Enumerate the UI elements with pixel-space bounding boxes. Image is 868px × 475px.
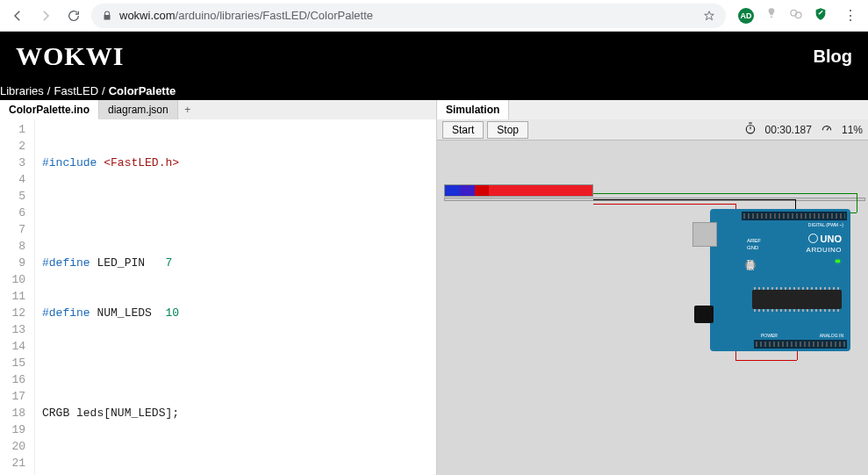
tab-simulation[interactable]: Simulation [437, 100, 509, 119]
simulation-toolbar: Start Stop 00:30.187 11% [437, 119, 868, 140]
tab-diagram-json[interactable]: diagram.json [99, 100, 178, 119]
board-brand-label: ARDUINO [807, 246, 842, 254]
start-button[interactable]: Start [442, 121, 484, 139]
simulation-tabs: Simulation [437, 100, 868, 119]
blog-link[interactable]: Blog [814, 47, 852, 67]
board-name-label: UNO [808, 234, 842, 244]
breadcrumb-libraries[interactable]: Libraries [0, 84, 44, 97]
breadcrumb-sep: / [47, 84, 51, 97]
reload-icon [67, 9, 81, 23]
wire-red [735, 360, 797, 361]
reload-button[interactable] [63, 5, 84, 26]
arrow-left-icon [10, 8, 25, 24]
ext-shield-icon[interactable] [814, 7, 828, 25]
arduino-uno-board[interactable]: UNO ARDUINO AREFGNDTXRX DIGITAL (PWM ~) … [710, 209, 850, 351]
browser-menu-button[interactable]: ⋮ [840, 7, 861, 24]
wire-green [593, 193, 857, 194]
led-pixel [519, 185, 534, 196]
breadcrumb-fastled[interactable]: FastLED [54, 84, 98, 97]
breadcrumb: Libraries / FastLED / ColorPalette [0, 81, 868, 100]
lock-icon [102, 11, 112, 21]
usb-port [692, 222, 717, 247]
atmega-chip [752, 290, 842, 309]
simulation-pane: Simulation Start Stop 00:30.187 11% [437, 100, 868, 475]
wire-green [857, 193, 857, 212]
code-content[interactable]: #include <FastLED.h> #define LED_PIN 7 #… [35, 119, 436, 475]
digital-label: DIGITAL (PWM ~) [808, 222, 843, 227]
led-pixel [489, 185, 504, 196]
stop-button[interactable]: Stop [487, 121, 528, 139]
led-pixel [460, 185, 475, 196]
power-analog-header[interactable] [754, 340, 847, 349]
site-header: WOKWI Blog [0, 32, 868, 81]
simulation-canvas[interactable]: UNO ARDUINO AREFGNDTXRX DIGITAL (PWM ~) … [437, 140, 868, 475]
arrow-right-icon [38, 8, 54, 24]
forward-button[interactable] [35, 5, 56, 26]
url-text: wokwi.com/arduino/libraries/FastLED/Colo… [119, 9, 696, 22]
gauge-icon [821, 122, 833, 137]
led-strip[interactable] [444, 184, 593, 197]
extension-icons: AD [733, 7, 833, 25]
svg-point-1 [795, 12, 801, 18]
led-pixel [549, 185, 563, 196]
digital-header[interactable] [742, 212, 847, 220]
browser-toolbar: wokwi.com/arduino/libraries/FastLED/Colo… [0, 0, 868, 32]
line-gutter: 12345678910111213141516171819202122 [0, 119, 35, 475]
led-pixel [445, 185, 460, 196]
editor-tabs: ColorPalette.ino diagram.json + [0, 100, 436, 119]
sim-perf: 11% [842, 124, 863, 136]
ext-icon-3[interactable] [789, 7, 803, 25]
power-jack [694, 306, 714, 323]
power-led [836, 260, 840, 263]
stopwatch-icon [744, 122, 757, 137]
adblock-ext-icon[interactable]: AD [738, 8, 754, 24]
main-split: ColorPalette.ino diagram.json + 12345678… [0, 100, 868, 475]
back-button[interactable] [7, 5, 28, 26]
led-pixel [475, 185, 490, 196]
sim-time: 00:30.187 [765, 124, 812, 136]
breadcrumb-sep: / [102, 84, 105, 97]
led-pixel [577, 185, 592, 196]
tab-add-button[interactable]: + [178, 100, 197, 119]
analog-label: ANALOG IN [820, 333, 843, 338]
code-editor[interactable]: 12345678910111213141516171819202122 #inc… [0, 119, 436, 475]
breadcrumb-current: ColorPalette [109, 84, 176, 97]
txrx-label: AREFGNDTXRX [747, 237, 761, 272]
address-bar[interactable]: wokwi.com/arduino/libraries/FastLED/Colo… [91, 4, 726, 28]
led-pixel [534, 185, 549, 196]
star-icon[interactable] [703, 10, 715, 22]
wokwi-logo[interactable]: WOKWI [16, 41, 124, 71]
wire-black [593, 199, 795, 200]
tab-colorpalette-ino[interactable]: ColorPalette.ino [0, 100, 99, 119]
editor-pane: ColorPalette.ino diagram.json + 12345678… [0, 100, 437, 475]
ext-icon-2[interactable] [764, 7, 778, 25]
wire-red [593, 204, 735, 205]
power-label: POWER [761, 333, 778, 338]
led-pixel [504, 185, 519, 196]
led-pixel [563, 185, 577, 196]
simulation-status: 00:30.187 11% [744, 122, 863, 137]
